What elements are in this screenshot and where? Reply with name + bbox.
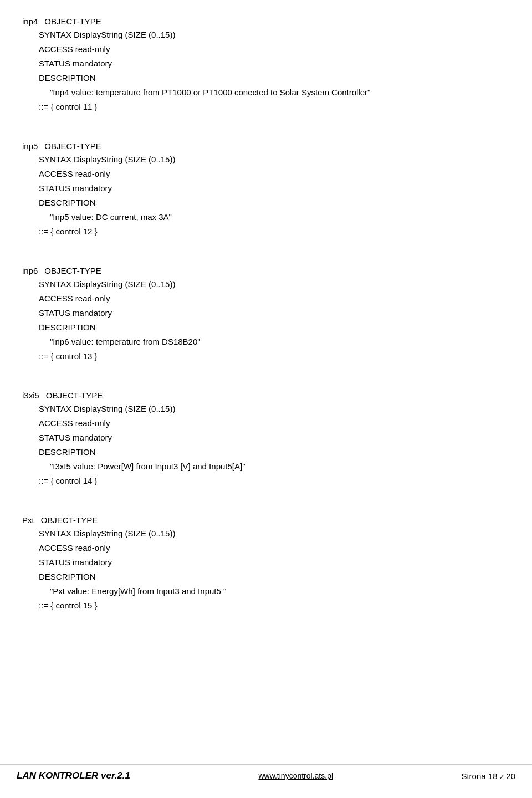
object-type: OBJECT-TYPE [41, 515, 98, 525]
description-label: DESCRIPTION [39, 71, 504, 85]
assign-line: ::= { control 13 } [39, 350, 504, 363]
syntax-line: SYNTAX DisplayString (SIZE (0..15)) [39, 402, 504, 416]
object-block-inp5: inp5 OBJECT-TYPE SYNTAX DisplayString (S… [22, 141, 504, 238]
access-line: ACCESS read-only [39, 167, 504, 181]
object-type: OBJECT-TYPE [46, 391, 103, 400]
page-footer: LAN KONTROLER ver.2.1 www.tinycontrol.at… [0, 764, 532, 787]
description-value: "Inp4 value: temperature from PT1000 or … [50, 86, 504, 99]
status-line: STATUS mandatory [39, 556, 504, 569]
description-value: "I3xI5 value: Power[W] from Input3 [V] a… [50, 460, 504, 473]
object-name: inp6 [22, 266, 38, 275]
object-type: OBJECT-TYPE [44, 17, 101, 26]
syntax-line: SYNTAX DisplayString (SIZE (0..15)) [39, 153, 504, 166]
object-name: Pxt [22, 515, 34, 525]
access-line: ACCESS read-only [39, 43, 504, 56]
access-line: ACCESS read-only [39, 417, 504, 430]
description-value: "Pxt value: Energy[Wh] from Input3 and I… [50, 585, 504, 598]
object-type: OBJECT-TYPE [44, 266, 101, 275]
object-type: OBJECT-TYPE [44, 141, 101, 151]
access-line: ACCESS read-only [39, 292, 504, 305]
page-content: inp4 OBJECT-TYPE SYNTAX DisplayString (S… [11, 11, 515, 635]
access-line: ACCESS read-only [39, 541, 504, 555]
status-line: STATUS mandatory [39, 306, 504, 320]
status-line: STATUS mandatory [39, 431, 504, 444]
syntax-line: SYNTAX DisplayString (SIZE (0..15)) [39, 28, 504, 42]
object-header: inp5 OBJECT-TYPE [22, 141, 504, 151]
object-header: inp6 OBJECT-TYPE [22, 266, 504, 275]
description-value: "Inp5 value: DC current, max 3A" [50, 211, 504, 224]
syntax-line: SYNTAX DisplayString (SIZE (0..15)) [39, 527, 504, 540]
object-name: inp4 [22, 17, 38, 26]
block-spacer [22, 130, 504, 141]
footer-url[interactable]: www.tinycontrol.ats.pl [258, 771, 333, 780]
description-value: "Inp6 value: temperature from DS18B20" [50, 335, 504, 349]
description-label: DESCRIPTION [39, 446, 504, 459]
description-label: DESCRIPTION [39, 321, 504, 334]
assign-line: ::= { control 15 } [39, 599, 504, 612]
description-label: DESCRIPTION [39, 570, 504, 584]
object-header: inp4 OBJECT-TYPE [22, 17, 504, 26]
assign-line: ::= { control 12 } [39, 225, 504, 238]
object-block-pxt: Pxt OBJECT-TYPE SYNTAX DisplayString (SI… [22, 515, 504, 612]
object-header: i3xi5 OBJECT-TYPE [22, 391, 504, 400]
syntax-line: SYNTAX DisplayString (SIZE (0..15)) [39, 278, 504, 291]
object-block-inp4: inp4 OBJECT-TYPE SYNTAX DisplayString (S… [22, 17, 504, 114]
status-line: STATUS mandatory [39, 182, 504, 195]
description-label: DESCRIPTION [39, 196, 504, 209]
assign-line: ::= { control 14 } [39, 474, 504, 488]
block-spacer [22, 380, 504, 391]
object-name: i3xi5 [22, 391, 39, 400]
assign-line: ::= { control 11 } [39, 100, 504, 114]
object-header: Pxt OBJECT-TYPE [22, 515, 504, 525]
block-spacer [22, 504, 504, 515]
status-line: STATUS mandatory [39, 57, 504, 70]
block-spacer [22, 255, 504, 266]
footer-title: LAN KONTROLER ver.2.1 [17, 770, 130, 781]
footer-page: Strona 18 z 20 [461, 771, 515, 781]
object-block-inp6: inp6 OBJECT-TYPE SYNTAX DisplayString (S… [22, 266, 504, 363]
object-block-i3xi5: i3xi5 OBJECT-TYPE SYNTAX DisplayString (… [22, 391, 504, 488]
object-name: inp5 [22, 141, 38, 151]
